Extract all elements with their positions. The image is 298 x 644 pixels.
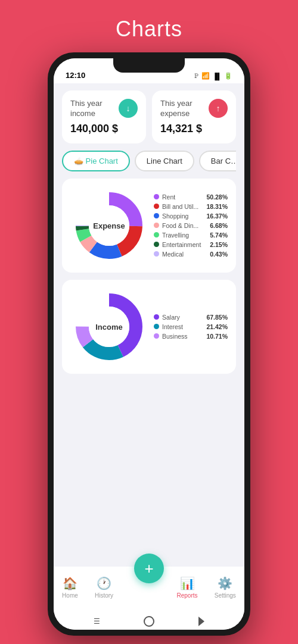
battery-icon: 🔋 bbox=[224, 72, 232, 80]
legend-pct: 6.68% bbox=[210, 222, 228, 229]
legend-pct: 50.28% bbox=[206, 193, 228, 201]
expense-icon: ↑ bbox=[209, 99, 228, 118]
home-circle bbox=[144, 616, 154, 627]
expense-donut-label: Expense bbox=[93, 221, 125, 230]
legend-name: Entertainment bbox=[162, 241, 207, 248]
legend-pct: 10.71% bbox=[206, 333, 228, 340]
expense-chart-card: Expense Rent 50.28% Bill and Util... 18.… bbox=[62, 179, 236, 273]
legend-pct: 21.42% bbox=[206, 323, 228, 330]
income-chart-card: Income Salary 67.85% Interest 21.42% Bus… bbox=[62, 280, 236, 374]
legend-pct: 0.43% bbox=[210, 251, 228, 258]
legend-pct: 67.85% bbox=[206, 314, 228, 321]
nav-home[interactable]: 🏠 Home bbox=[62, 576, 78, 599]
income-donut-row: Income Salary 67.85% Interest 21.42% Bus… bbox=[70, 288, 228, 365]
legend-dot bbox=[154, 204, 159, 209]
settings-label: Settings bbox=[215, 592, 236, 599]
legend-item: Interest 21.42% bbox=[154, 323, 228, 330]
legend-name: Salary bbox=[162, 314, 203, 321]
expense-card: This year expense ↑ 14,321 $ bbox=[152, 90, 236, 143]
income-value: 140,000 $ bbox=[70, 123, 138, 135]
bottom-nav: + 🏠 Home 🕐 History 📊 Reports ⚙️ Settings bbox=[54, 567, 244, 613]
signal-icon: ▐▌ bbox=[212, 73, 222, 80]
menu-icon: ☰ bbox=[94, 617, 100, 626]
status-icons: 𝙿 📶 ▐▌ 🔋 bbox=[194, 72, 232, 80]
legend-dot bbox=[154, 314, 159, 320]
nav-settings[interactable]: ⚙️ Settings bbox=[215, 576, 236, 599]
legend-item: Travelling 5.74% bbox=[154, 232, 228, 239]
legend-pct: 18.31% bbox=[206, 203, 228, 210]
legend-name: Bill and Util... bbox=[162, 203, 203, 210]
income-donut-container: Income bbox=[70, 288, 148, 365]
nav-reports[interactable]: 📊 Reports bbox=[177, 576, 198, 599]
main-content: This year income ↓ 140,000 $ This year e… bbox=[54, 83, 244, 567]
tab-pie-chart[interactable]: 🥧 Pie Chart bbox=[62, 151, 130, 171]
income-icon: ↓ bbox=[119, 99, 138, 118]
reports-label: Reports bbox=[177, 592, 198, 599]
expense-card-label: This year expense bbox=[160, 99, 209, 119]
history-label: History bbox=[95, 592, 113, 599]
expense-value: 14,321 $ bbox=[160, 123, 228, 135]
legend-item: Salary 67.85% bbox=[154, 314, 228, 321]
settings-icon: ⚙️ bbox=[218, 576, 232, 590]
legend-item: Rent 50.28% bbox=[154, 193, 228, 201]
income-card-header: This year income ↓ bbox=[70, 99, 138, 119]
home-label: Home bbox=[62, 592, 78, 599]
legend-dot bbox=[154, 333, 159, 339]
income-legend: Salary 67.85% Interest 21.42% Business 1… bbox=[154, 314, 228, 340]
legend-item: Business 10.71% bbox=[154, 333, 228, 340]
legend-dot bbox=[154, 324, 159, 329]
income-card: This year income ↓ 140,000 $ bbox=[62, 90, 146, 143]
legend-name: Food & Din... bbox=[162, 222, 207, 229]
chart-tabs: 🥧 Pie Chart Line Chart Bar C… bbox=[62, 151, 236, 171]
legend-name: Business bbox=[162, 333, 203, 340]
wifi-icon: 📶 bbox=[201, 72, 210, 80]
history-icon: 🕐 bbox=[97, 576, 111, 590]
expense-donut-container: Expense bbox=[70, 187, 148, 264]
legend-dot bbox=[154, 223, 159, 228]
phone-screen: 12:10 𝙿 📶 ▐▌ 🔋 This year income ↓ 140,00… bbox=[54, 58, 244, 630]
legend-name: Interest bbox=[162, 323, 203, 330]
expense-card-header: This year expense ↑ bbox=[160, 99, 228, 119]
legend-name: Rent bbox=[162, 193, 203, 201]
summary-row: This year income ↓ 140,000 $ This year e… bbox=[62, 90, 236, 143]
tab-line-chart[interactable]: Line Chart bbox=[135, 151, 194, 171]
reports-icon: 📊 bbox=[180, 576, 195, 590]
page-title: Charts bbox=[116, 17, 182, 42]
legend-dot bbox=[154, 251, 159, 257]
income-card-label: This year income bbox=[70, 99, 119, 119]
expense-donut-row: Expense Rent 50.28% Bill and Util... 18.… bbox=[70, 187, 228, 264]
legend-pct: 16.37% bbox=[206, 212, 228, 220]
expense-legend: Rent 50.28% Bill and Util... 18.31% Shop… bbox=[154, 193, 228, 258]
legend-pct: 2.15% bbox=[210, 241, 228, 248]
legend-item: Food & Din... 6.68% bbox=[154, 222, 228, 229]
phone-notch bbox=[113, 58, 185, 73]
legend-name: Shopping bbox=[162, 212, 203, 220]
home-bar: ☰ bbox=[54, 613, 244, 630]
home-icon: 🏠 bbox=[63, 576, 77, 590]
phone-frame: 12:10 𝙿 📶 ▐▌ 🔋 This year income ↓ 140,00… bbox=[48, 52, 250, 636]
legend-name: Medical bbox=[162, 251, 207, 258]
privacy-icon: 𝙿 bbox=[194, 72, 199, 80]
back-triangle bbox=[198, 617, 204, 626]
legend-dot bbox=[154, 194, 159, 199]
status-time: 12:10 bbox=[66, 71, 85, 80]
legend-dot bbox=[154, 232, 159, 237]
legend-dot bbox=[154, 213, 159, 218]
nav-history[interactable]: 🕐 History bbox=[95, 576, 113, 599]
legend-dot bbox=[154, 242, 159, 247]
tab-bar-chart[interactable]: Bar C… bbox=[199, 151, 236, 171]
legend-name: Travelling bbox=[162, 232, 207, 239]
legend-item: Medical 0.43% bbox=[154, 251, 228, 258]
income-donut-label: Income bbox=[95, 322, 123, 331]
fab-button[interactable]: + bbox=[134, 554, 164, 583]
legend-item: Shopping 16.37% bbox=[154, 212, 228, 220]
legend-item: Bill and Util... 18.31% bbox=[154, 203, 228, 210]
legend-item: Entertainment 2.15% bbox=[154, 241, 228, 248]
legend-pct: 5.74% bbox=[210, 232, 228, 239]
